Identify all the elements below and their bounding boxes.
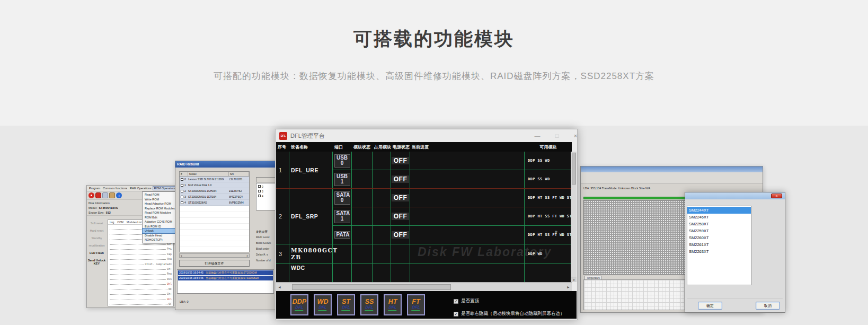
port-row[interactable]	[333, 263, 572, 282]
log-tab[interactable]: COM	[117, 221, 123, 224]
controller-option[interactable]: SM2259XT	[687, 227, 751, 234]
table-row[interactable]: 3 ST2000DM001-1ER164 W4Z2P3QY	[180, 194, 249, 200]
checkbox-icon[interactable]	[181, 184, 183, 187]
device-group-partial[interactable]: WDC	[276, 263, 572, 282]
checkbox-icon[interactable]	[258, 185, 261, 188]
sidebar-button[interactable]: Standby	[87, 236, 107, 240]
checkbox-icon[interactable]	[181, 178, 183, 181]
scan-window-titlebar[interactable]	[581, 166, 763, 172]
port-row[interactable]: USB 0 OFF DDP SS WD	[333, 152, 572, 170]
checkbox-checked-icon[interactable]: ✓	[454, 312, 458, 317]
port-row[interactable]: USB 1 OFF DDP SS WD	[333, 170, 572, 188]
vscroll-thumb[interactable]	[572, 153, 576, 185]
menu-option[interactable]: Edit ROM ID	[143, 224, 180, 229]
cancel-button[interactable]: 取消	[756, 302, 780, 310]
stay-on-top-checkbox[interactable]: ✓ 是否置顶	[454, 298, 479, 304]
device-group[interactable]: 2 DFL_SRP SATA 0 OFF DDP HT SS FT WD ST	[276, 189, 572, 244]
log-tab[interactable]: Log	[110, 221, 114, 224]
checkbox-checked-icon[interactable]: ✓	[454, 299, 458, 304]
sidebar-button[interactable]: Hard reset	[87, 229, 107, 232]
raid-table-hscrollbar[interactable]: ◄ ►	[179, 253, 250, 258]
module-status-cell	[352, 207, 373, 225]
device-group[interactable]: 1 DFL_URE USB 0 OFF DDP SS WD USB 1	[276, 152, 572, 189]
scroll-right-icon[interactable]: ►	[566, 285, 570, 289]
controller-option[interactable]: SM2261XT	[687, 241, 751, 248]
scroll-down-icon[interactable]: ▼	[571, 277, 577, 282]
log-line: Unl	[110, 296, 172, 301]
raid-window-titlebar[interactable]: RAID Rebuild	[175, 161, 275, 168]
log-tab[interactable]: Modules List	[127, 221, 141, 224]
table-row[interactable]: 4 ST31000528AS 6VPBGZMH	[180, 200, 249, 206]
menu-item[interactable]: RAM Operations	[129, 187, 153, 190]
table-vscrollbar[interactable]: ▼	[571, 152, 577, 282]
menu-option[interactable]: Replace ROM Modules	[143, 206, 180, 211]
table-row[interactable]: 1 Msft Virtual Disk 1.0	[180, 182, 249, 188]
exit-icon[interactable]	[109, 192, 115, 198]
auto-hide-checkbox[interactable]: ✓ 是否靠右隐藏（启动模块后将自动隐藏到屏幕右边）	[454, 311, 565, 317]
sidebar-button[interactable]: Send Unlock KEY	[87, 259, 107, 265]
raid-log-row[interactable]: 2019/10/25 16:54:45 当前磁盘已经存在不可重复添加:ST310…	[178, 276, 273, 280]
close-button[interactable]: ×	[571, 132, 580, 139]
menu-item[interactable]: Common functions	[102, 187, 128, 190]
table-row[interactable]: 0 Lenovo SSD SL700 M.2 128G LSL701281...	[180, 177, 249, 182]
power-icon[interactable]	[88, 192, 94, 198]
info-icon[interactable]: i	[116, 192, 122, 198]
menu-option[interactable]: NOHOST(JP)	[143, 238, 180, 242]
stop-icon[interactable]	[95, 192, 101, 198]
scroll-left-icon[interactable]: ◄	[278, 285, 281, 289]
menu-option[interactable]: Write ROM	[143, 197, 180, 202]
controller-option[interactable]: SM2244XT	[687, 207, 751, 214]
dialog-titlebar[interactable]	[685, 192, 785, 199]
controller-option[interactable]: SM2263XT	[687, 248, 751, 255]
menu-item[interactable]: ROM Operations	[153, 187, 177, 190]
maximize-button[interactable]: □	[553, 132, 561, 139]
module-button[interactable]: DDP DFL	[290, 294, 308, 315]
controller-option[interactable]: SM2260XT	[687, 234, 751, 241]
module-button[interactable]: ST DFL	[337, 294, 355, 315]
menu-option[interactable]: Unlock	[143, 229, 180, 233]
menu-option[interactable]: Disable Head	[143, 233, 180, 238]
menu-option[interactable]: Head Adaptive ROM	[143, 201, 180, 206]
open-image-file-button[interactable]: 打开镜像文件	[179, 260, 250, 267]
raid-log-row[interactable]: 2019/10/25 16:54:45 当前磁盘已经存在不可重复添加:ST200…	[178, 270, 273, 275]
menu-option[interactable]: Adaptive CC4S ROM	[143, 219, 180, 224]
port-row[interactable]: SATA 1 OFF DDP HT SS FT WD ST	[333, 207, 572, 226]
ok-button[interactable]: 确定	[698, 302, 722, 310]
module-button[interactable]: FT DFL	[407, 294, 425, 315]
checkbox-icon[interactable]	[258, 190, 261, 192]
port-row[interactable]: DDP WD	[333, 244, 572, 263]
dfl-logo-icon: DFL	[295, 305, 304, 311]
sidebar-button[interactable]: recalibration	[87, 244, 107, 247]
sidebar-button[interactable]: LED Flash	[87, 251, 107, 254]
hscroll-thumb[interactable]	[292, 284, 451, 290]
dfl-titlebar[interactable]: DFL DFL管理平台	[276, 129, 577, 142]
close-icon[interactable]: ×	[771, 194, 782, 198]
checkbox-icon[interactable]	[181, 190, 183, 192]
table-hscrollbar[interactable]: ◄ ►	[276, 282, 572, 291]
controller-option[interactable]: SM2258XT	[687, 221, 751, 227]
checkbox-icon[interactable]	[181, 196, 183, 198]
scroll-left-icon[interactable]: ◄	[180, 254, 182, 257]
table-row[interactable]: 2 ST2000DM001-1CH164 Z1E3KY52	[180, 188, 249, 194]
menu-item[interactable]: Program	[88, 187, 101, 190]
menu-option[interactable]: ROM Edit	[143, 215, 180, 220]
rom-chip-icon[interactable]	[102, 192, 108, 198]
expander-chevron-icon[interactable]: »	[555, 229, 557, 234]
module-button[interactable]: WD DFL	[314, 294, 332, 315]
log-line-dots	[110, 304, 167, 305]
disk-index: 4	[184, 201, 188, 204]
controller-option[interactable]: SM2246XT	[687, 214, 751, 221]
occupied-module-cell	[373, 152, 391, 170]
port-row[interactable]: SATA 0 OFF DDP HT SS FT WD ST	[333, 189, 572, 207]
device-group[interactable]: 3 MK0800GCT ZB DDP WD	[276, 244, 572, 263]
module-button[interactable]: SS DFL	[360, 294, 378, 315]
checkbox-icon[interactable]	[181, 201, 183, 204]
minimize-button[interactable]: —	[533, 132, 542, 139]
checkbox-icon[interactable]	[258, 195, 261, 197]
menu-option[interactable]: Read ROM	[143, 192, 180, 197]
scroll-right-icon[interactable]: ►	[246, 254, 249, 257]
module-button[interactable]: HT DFL	[384, 294, 402, 315]
port-row[interactable]: PATA OFF DDP HT SS FT WD ST	[333, 226, 572, 244]
menu-option[interactable]: Read ROM Modules	[143, 210, 180, 215]
sidebar-button[interactable]: Soft reset	[87, 222, 107, 225]
